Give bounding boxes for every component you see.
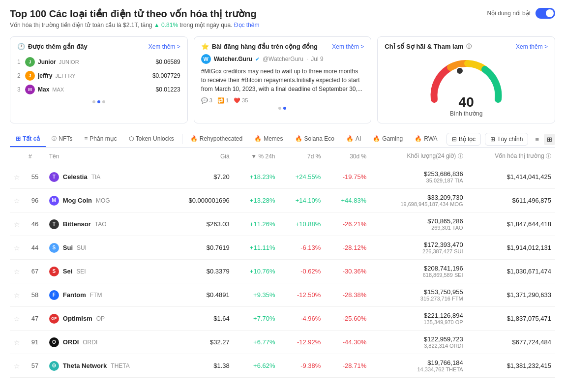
market-cap-cell: $1,381,232,415 bbox=[467, 354, 555, 378]
coin-icon: J bbox=[25, 57, 35, 67]
post-stats: 💬 3 🔁 1 ❤️ 35 bbox=[201, 97, 364, 104]
market-cap-cell: $1,371,290,633 bbox=[467, 283, 555, 307]
table-row[interactable]: ☆ 96 M Mog Coin MOG $0.000001696 +13.28%… bbox=[10, 189, 555, 212]
price-cell: $263.03 bbox=[167, 212, 234, 236]
coin-icon: J bbox=[25, 71, 35, 81]
th-name: Tên bbox=[45, 148, 167, 165]
post-dot-2[interactable] bbox=[283, 107, 286, 110]
change-7d-cell: -4.96% bbox=[279, 307, 325, 331]
list-view-btn[interactable]: ≡ bbox=[532, 134, 542, 145]
favorite-star[interactable]: ☆ bbox=[14, 244, 20, 252]
post-author: W Watcher.Guru ✔ @WatcherGuru · Jul 9 bbox=[201, 54, 364, 64]
coin-logo: F bbox=[49, 290, 59, 300]
price-cell: $0.3379 bbox=[167, 260, 234, 283]
change-24h-cell: +11.26% bbox=[234, 212, 279, 236]
change-7d-cell: -0.62% bbox=[279, 260, 325, 283]
favorite-star[interactable]: ☆ bbox=[14, 173, 20, 181]
table-row[interactable]: ☆ 55 T Celestia TIA $7.20 +18.23% +24.55… bbox=[10, 165, 555, 189]
th-market-cap: Vốn hóa thị trường ⓘ bbox=[467, 148, 555, 165]
change-24h-cell: +9.35% bbox=[234, 283, 279, 307]
volume-cell: $208,741,196 618,869,589 SEI bbox=[370, 260, 467, 283]
subtitle: Vốn hóa thị trường tiền điện tử toàn cầu… bbox=[10, 22, 260, 29]
favorite-star[interactable]: ☆ bbox=[14, 291, 20, 299]
recently-item[interactable]: 1 J Junior JUNIOR $0.06589 bbox=[17, 55, 180, 69]
customize-button[interactable]: ⊞ Tùy chỉnh bbox=[485, 133, 528, 146]
tab-ai[interactable]: 🔥 AI bbox=[340, 131, 367, 147]
fear-greed-info-icon[interactable]: ⓘ bbox=[466, 43, 472, 50]
change-24h-cell: +18.23% bbox=[234, 165, 279, 189]
th-24h[interactable]: ▼ % 24h bbox=[234, 148, 279, 165]
dot-1[interactable] bbox=[92, 100, 95, 103]
volume-cell: $221,126,894 135,349,970 OP bbox=[370, 307, 467, 331]
th-volume: Khối lượng(24 giờ) ⓘ bbox=[370, 148, 467, 165]
price-cell: $1.64 bbox=[167, 307, 234, 331]
change-24h-cell: +13.28% bbox=[234, 189, 279, 212]
star-icon: ⭐ bbox=[201, 43, 209, 50]
verified-icon: ✔ bbox=[255, 56, 260, 62]
tab-phan-muc[interactable]: ≡ Phân mục bbox=[78, 131, 122, 147]
tab-nfts[interactable]: ⓘ NFTs bbox=[46, 131, 78, 147]
rank-cell: 44 bbox=[25, 236, 45, 260]
table-row[interactable]: ☆ 67 S Sei SEI $0.3379 +10.76% -0.62% -3… bbox=[10, 260, 555, 283]
coin-logo: S bbox=[49, 267, 59, 276]
table-row[interactable]: ☆ 44 S Sui SUI $0.7619 +11.11% -6.13% -2… bbox=[10, 236, 555, 260]
market-cap-cell: $1,914,012,131 bbox=[467, 236, 555, 260]
favorite-star[interactable]: ☆ bbox=[14, 197, 20, 205]
volume-cell: $70,865,286 269,301 TAO bbox=[370, 212, 467, 236]
change-24h-cell: +7.70% bbox=[234, 307, 279, 331]
coin-name-cell: S Sui SUI bbox=[45, 236, 167, 260]
change-30d-cell: -26.21% bbox=[325, 212, 370, 236]
table-row[interactable]: ☆ 46 T Bittensor TAO $263.03 +11.26% +10… bbox=[10, 212, 555, 236]
tab-token-unlocks[interactable]: ⬡ Token Unlocks bbox=[123, 131, 180, 147]
coin-logo: T bbox=[49, 172, 59, 182]
tab-all[interactable]: ⊞ Tất cả bbox=[10, 131, 46, 147]
recently-item[interactable]: 2 J jeffry JEFFRY $0.007729 bbox=[17, 69, 180, 83]
favorite-star[interactable]: ☆ bbox=[14, 220, 20, 228]
filter-button[interactable]: ⊟ Bộ lọc bbox=[446, 133, 481, 146]
tab-gaming[interactable]: 🔥 Gaming bbox=[367, 131, 409, 147]
dot-2[interactable] bbox=[97, 100, 100, 103]
read-more-link[interactable]: Đọc thêm bbox=[234, 22, 260, 29]
price-cell: $7.20 bbox=[167, 165, 234, 189]
table-row[interactable]: ☆ 91 O ORDI ORDI $32.27 +6.77% -12.92% -… bbox=[10, 331, 555, 354]
coin-logo: Θ bbox=[49, 361, 59, 371]
grid-view-btn[interactable]: ⊞ bbox=[544, 134, 555, 145]
tab-solana-eco[interactable]: 🔥 Solana Eco bbox=[289, 131, 340, 147]
recently-added-link[interactable]: Xem thêm > bbox=[149, 43, 180, 50]
favorite-star[interactable]: ☆ bbox=[14, 315, 20, 323]
tab-rehypothecated[interactable]: 🔥 Rehypothecated bbox=[184, 131, 248, 147]
change-30d-cell: -28.12% bbox=[325, 236, 370, 260]
change-30d-cell: -28.71% bbox=[325, 354, 370, 378]
change-30d-cell: -19.75% bbox=[325, 165, 370, 189]
table-row[interactable]: ☆ 47 OP Optimism OP $1.64 +7.70% -4.96% … bbox=[10, 307, 555, 331]
change-30d-cell: +44.83% bbox=[325, 189, 370, 212]
change-7d-cell: +10.88% bbox=[279, 212, 325, 236]
coin-icon: M bbox=[25, 85, 35, 94]
fear-greed-card: Chỉ số Sợ hãi & Tham lam ⓘ Xem thêm > bbox=[377, 36, 555, 123]
change-24h-cell: +11.11% bbox=[234, 236, 279, 260]
table-row[interactable]: ☆ 58 F Fantom FTM $0.4891 +9.35% -12.50%… bbox=[10, 283, 555, 307]
rank-cell: 91 bbox=[25, 331, 45, 354]
dot-3[interactable] bbox=[102, 100, 105, 103]
volume-info-icon[interactable]: ⓘ bbox=[458, 153, 463, 159]
post-dot-1[interactable] bbox=[278, 107, 281, 110]
rank-cell: 47 bbox=[25, 307, 45, 331]
noi-dung-toggle[interactable] bbox=[535, 8, 555, 19]
change-24h-cell: +6.62% bbox=[234, 354, 279, 378]
favorite-star[interactable]: ☆ bbox=[14, 268, 20, 275]
market-cap-cell: $611,496,875 bbox=[467, 189, 555, 212]
recently-item[interactable]: 3 M Max MAX $0.01223 bbox=[17, 83, 180, 96]
table-row[interactable]: ☆ 57 Θ Theta Network THETA $1.38 +6.62% … bbox=[10, 354, 555, 378]
market-cap-info-icon[interactable]: ⓘ bbox=[546, 153, 551, 159]
favorite-star[interactable]: ☆ bbox=[14, 362, 20, 370]
tab-memes[interactable]: 🔥 Memes bbox=[248, 131, 289, 147]
change-30d-cell: -28.38% bbox=[325, 283, 370, 307]
favorite-star[interactable]: ☆ bbox=[14, 338, 20, 346]
volume-cell: $172,393,470 226,387,427 SUI bbox=[370, 236, 467, 260]
filter-bar: ⊞ Tất cả ⓘ NFTs ≡ Phân mục ⬡ Token Unloc… bbox=[10, 131, 555, 148]
post-text: #MtGox creditors may need to wait up to … bbox=[201, 67, 364, 93]
community-link[interactable]: Xem thêm > bbox=[332, 43, 364, 50]
tab-rwa[interactable]: 🔥 RWA bbox=[409, 131, 443, 147]
coin-logo: O bbox=[49, 337, 59, 347]
fear-greed-link[interactable]: Xem thêm > bbox=[516, 43, 548, 50]
